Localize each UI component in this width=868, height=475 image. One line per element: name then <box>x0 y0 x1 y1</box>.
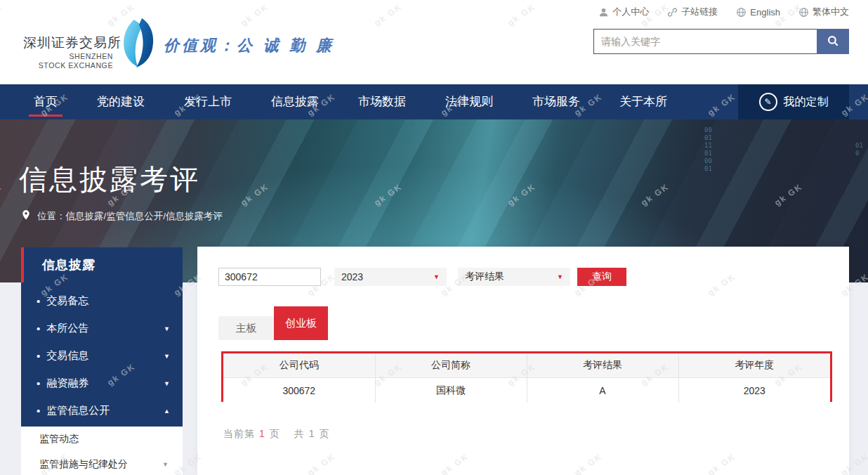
results-table: 公司代码公司简称考评结果考评年度 300672国科微A2023 <box>223 353 830 403</box>
top-link-2[interactable]: 子站链接 <box>667 6 718 18</box>
nav-item-8[interactable]: 关于本所 <box>619 84 667 119</box>
sidebar-item-4[interactable]: •融资融券▼ <box>21 370 183 397</box>
chevron-down-icon: ▼ <box>164 353 170 360</box>
top-link-4[interactable]: 繁体中文 <box>798 6 849 18</box>
sidebar-item-3[interactable]: •交易信息▼ <box>21 342 183 370</box>
sidebar-title: 信息披露 <box>42 256 96 273</box>
result-select[interactable]: 考评结果 ▼ <box>458 268 570 286</box>
value-slogan: 价值观：公 诚 勤 廉 <box>164 35 334 56</box>
table-header-cell: 公司代码 <box>223 353 375 378</box>
query-button[interactable]: 查询 <box>577 268 626 286</box>
logo-text-cn[interactable]: 深圳证券交易所 <box>23 34 121 52</box>
pagination: 当前第1页共1页 <box>221 428 332 441</box>
search-icon <box>827 34 839 49</box>
total-pages-number: 1 <box>309 428 315 439</box>
sidebar-menu: •交易备忘•本所公告▼•交易信息▼•融资融券▼•监管信息公开▲ <box>21 282 183 427</box>
top-link-3[interactable]: English <box>736 7 780 18</box>
nav-item-7[interactable]: 市场服务 <box>532 84 580 119</box>
table-cell: A <box>527 378 678 403</box>
user-icon <box>598 7 609 18</box>
tab-chinext-board[interactable]: 创业板 <box>274 306 328 340</box>
current-page-number: 1 <box>259 428 265 439</box>
nav-item-4[interactable]: 信息披露 <box>271 84 319 119</box>
nav-item-3[interactable]: 发行上市 <box>184 84 232 119</box>
bullet-icon: • <box>37 350 40 362</box>
site-search-button[interactable] <box>817 29 849 54</box>
site-header: 深圳证券交易所 SHENZHEN STOCK EXCHANGE 价值观：公 诚 … <box>0 0 868 84</box>
table-cell: 2023 <box>678 378 830 403</box>
breadcrumb-text: 位置：信息披露/监管信息公开/信息披露考评 <box>37 210 223 223</box>
top-utility-links: 个人中心子站链接English繁体中文 <box>598 6 849 18</box>
table-header-cell: 公司简称 <box>375 353 527 378</box>
nav-item-2[interactable]: 党的建设 <box>97 84 145 119</box>
chevron-down-icon: ▼ <box>164 325 170 332</box>
sidebar-subitem-1[interactable]: 监管动态 <box>21 427 183 452</box>
main-nav: 首页党的建设发行上市信息披露市场数据法律规则市场服务关于本所 ✎ 我的定制 <box>0 84 868 119</box>
bullet-icon: • <box>37 295 40 307</box>
results-table-highlight: 公司代码公司简称考评结果考评年度 300672国科微A2023 <box>221 351 832 402</box>
globe-icon <box>736 7 747 18</box>
sidebar-item-2[interactable]: •本所公告▼ <box>21 315 183 342</box>
chevron-down-icon: ▼ <box>162 461 169 468</box>
sidebar-subitem-2[interactable]: 监管措施与纪律处分▼ <box>21 452 183 475</box>
page-title: 信息披露考评 <box>19 160 200 199</box>
dropdown-arrow-icon: ▼ <box>557 273 563 280</box>
table-cell: 国科微 <box>375 378 527 403</box>
nav-item-6[interactable]: 法律规则 <box>445 84 493 119</box>
site-search-bar <box>593 29 849 54</box>
table-row: 300672国科微A2023 <box>223 378 830 403</box>
globe-icon <box>798 7 809 18</box>
dropdown-arrow-icon: ▼ <box>433 273 440 280</box>
top-link-1[interactable]: 个人中心 <box>598 6 649 18</box>
chevron-down-icon: ▼ <box>164 380 170 387</box>
sidebar-item-1[interactable]: •交易备忘 <box>21 287 183 315</box>
pencil-circle-icon: ✎ <box>759 93 777 111</box>
table-header-cell: 考评结果 <box>527 353 678 378</box>
sidebar-item-5[interactable]: •监管信息公开▲ <box>21 397 183 424</box>
table-header-cell: 考评年度 <box>678 353 830 378</box>
bullet-icon: • <box>37 405 40 417</box>
bullet-icon: • <box>37 323 40 334</box>
bullet-icon: • <box>37 377 40 389</box>
stock-code-input[interactable] <box>218 268 321 286</box>
link-icon <box>667 7 678 18</box>
binary-decoration: 01 0 <box>855 142 863 157</box>
tab-main-board[interactable]: 主板 <box>218 316 274 340</box>
szse-logo-icon[interactable] <box>118 17 156 72</box>
my-customization-button[interactable]: ✎ 我的定制 <box>738 84 849 119</box>
chevron-up-icon: ▲ <box>164 408 170 415</box>
sidebar-header: 信息披露 <box>21 247 183 282</box>
nav-item-1[interactable]: 首页 <box>34 84 58 119</box>
site-search-input[interactable] <box>593 29 817 54</box>
nav-item-5[interactable]: 市场数据 <box>358 84 406 119</box>
binary-decoration: 00 01 11 01 00 01 <box>704 126 712 173</box>
breadcrumb[interactable]: 位置：信息披露/监管信息公开/信息披露考评 <box>21 209 223 223</box>
table-cell: 300672 <box>223 378 375 403</box>
logo-text-en: SHENZHEN STOCK EXCHANGE <box>23 52 113 70</box>
sidebar-submenu: 监管动态监管措施与纪律处分▼ <box>21 427 183 475</box>
content-panel: 2023 ▼ 考评结果 ▼ 查询 主板 创业板 公司代码公司简称考评结果考评年度… <box>197 247 849 475</box>
year-select[interactable]: 2023 ▼ <box>334 268 447 286</box>
location-pin-icon <box>21 209 31 223</box>
